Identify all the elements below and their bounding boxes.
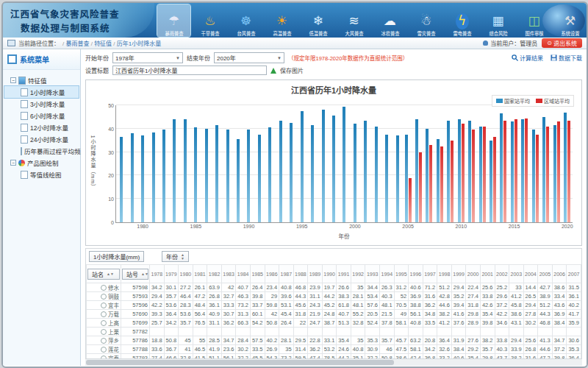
radio-icon[interactable] xyxy=(101,285,107,291)
tree-item-24小时降水量[interactable]: 24小时降水量 xyxy=(4,133,79,145)
breadcrumb-item[interactable]: 暴雨普查 xyxy=(65,40,89,47)
bar-group-2000 xyxy=(350,105,360,222)
national-bar xyxy=(184,119,187,222)
save-image-button[interactable]: 保存图片 xyxy=(280,66,304,74)
col-header-year: 1980 xyxy=(179,265,193,283)
tree-group-特征值[interactable]: −特征值 xyxy=(4,74,79,86)
tree-group-产品图绘制[interactable]: −产品图绘制 xyxy=(4,157,79,169)
toolbar-item-snow[interactable]: ☃雪灾普查 xyxy=(409,4,442,37)
breadcrumb-item[interactable]: 特征值 xyxy=(94,40,112,47)
toolbar-item-typhoon[interactable]: ☸台风普查 xyxy=(229,4,262,37)
station-name-cell: 萍乡 xyxy=(87,336,121,345)
national-bar xyxy=(490,141,492,222)
value-cell: 36.9 xyxy=(552,310,567,319)
station-id-cell: 57788 xyxy=(121,345,150,354)
station-id-cell: 57690 xyxy=(121,310,150,319)
toolbar-item-drought[interactable]: ♨干旱普查 xyxy=(193,4,226,37)
year-sort-select[interactable]: 年份 ▲▼ xyxy=(162,251,189,262)
radio-icon[interactable] xyxy=(101,311,107,317)
horizontal-scrollbar[interactable] xyxy=(85,358,582,366)
breadcrumb-item[interactable]: 历年1小时降水量 xyxy=(117,40,161,47)
start-year-select[interactable]: 1978年 ▼ xyxy=(112,52,183,63)
calc-result-button[interactable]: 计算结果 xyxy=(512,54,543,62)
chart-title-input[interactable] xyxy=(112,66,267,75)
toolbar-item-heat[interactable]: ☀高温普查 xyxy=(265,4,298,37)
current-user: 当前用户：管理员 xyxy=(483,39,537,47)
tree-item-12小时降水量[interactable]: 12小时降水量 xyxy=(4,121,79,133)
cold-icon: ❄ xyxy=(312,13,323,29)
col-header-year: 2003 xyxy=(509,265,524,283)
tree-item-3小时降水量[interactable]: 3小时降水量 xyxy=(4,98,79,110)
station-id-filter-label: 站号 xyxy=(126,270,138,278)
toolbar-item-rainstorm[interactable]: ☂暴雨普查 xyxy=(157,4,190,37)
toolbar-item-cold[interactable]: ❄低温普查 xyxy=(301,4,334,37)
value-cell: 36.1 xyxy=(567,292,581,301)
radio-icon[interactable] xyxy=(101,329,107,335)
national-bar xyxy=(162,130,165,222)
toolbar-item-map[interactable]: ◫图件审核 xyxy=(517,4,551,37)
tree-item-6小时降水量[interactable]: 6小时降水量 xyxy=(4,110,79,121)
value-cell: 38.4 xyxy=(552,319,567,328)
value-cell: 29.4 xyxy=(150,292,165,301)
power-icon: ⊙ xyxy=(547,40,552,46)
station-name-cell: 万载 xyxy=(87,310,121,319)
value-cell xyxy=(207,328,222,336)
value-cell: 21.5 xyxy=(380,310,395,319)
logout-button[interactable]: ⊙ 退出系统 xyxy=(542,38,582,48)
col-header-year: 2005 xyxy=(538,265,553,283)
regional-bar xyxy=(419,152,422,222)
bar-group-1988 xyxy=(222,105,232,222)
col-header-year: 1984 xyxy=(236,265,251,283)
value-cell: 48.4 xyxy=(193,301,207,310)
value-cell: 29 xyxy=(265,292,279,301)
radio-icon[interactable] xyxy=(101,302,107,308)
value-cell: 34.8 xyxy=(423,310,437,319)
value-cell: 29.5 xyxy=(293,336,308,345)
station-id-filter[interactable]: 站号▲▼ xyxy=(122,269,148,280)
end-year-select[interactable]: 2020年 ▼ xyxy=(214,52,284,63)
tree-item-1小时降水量[interactable]: 1小时降水量 xyxy=(4,86,79,98)
breadcrumb: / 暴雨普查 / 特征值 / 历年1小时降水量 xyxy=(62,39,161,47)
scrollbar-thumb[interactable] xyxy=(86,360,394,365)
tree-toggle-icon[interactable]: − xyxy=(10,160,16,166)
legend-swatch xyxy=(536,99,542,103)
toolbar-item-settings[interactable]: ⚒系统设置 xyxy=(553,4,587,37)
value-cell: 46.8 xyxy=(293,283,308,292)
data-download-button[interactable]: 数据下载 xyxy=(551,54,582,62)
tree-item-历年暴雨过程平均频次[interactable]: 历年暴雨过程平均频次 xyxy=(4,145,79,157)
value-cell: 47.2 xyxy=(193,292,207,301)
sort-arrows-icon: ▲▼ xyxy=(107,272,114,276)
toolbar-item-wind[interactable]: ≋大风普查 xyxy=(337,4,370,37)
value-cell: 28.4 xyxy=(236,336,251,345)
bar-group-2020 xyxy=(562,105,572,222)
tree-toggle-icon[interactable]: − xyxy=(10,77,16,83)
toolbar-item-label: 台风普查 xyxy=(237,29,255,36)
toolbar-item-risk[interactable]: ▦综合风险 xyxy=(481,4,514,37)
toolbar-item-hail[interactable]: ☁冰雹普查 xyxy=(373,4,406,37)
station-name-filter[interactable]: 站名▲▼ xyxy=(87,269,120,280)
radio-icon[interactable] xyxy=(101,347,107,353)
value-cell: 45.6 xyxy=(293,301,308,310)
radio-icon[interactable] xyxy=(101,320,107,326)
radio-icon[interactable] xyxy=(101,294,107,300)
col-header-year: 1981 xyxy=(193,265,207,283)
national-bar xyxy=(141,135,144,222)
radio-icon[interactable] xyxy=(101,338,107,344)
toolbar-item-label: 高温普查 xyxy=(273,29,291,36)
national-bar xyxy=(152,132,155,222)
x-tick-label: 2015 xyxy=(509,224,520,229)
value-cell: 53.2 xyxy=(322,345,337,354)
topbar: 当前路径位置： / 暴雨普查 / 特征值 / 历年1小时降水量 当前用户：管理员… xyxy=(3,38,587,49)
toolbar-item-lightning[interactable]: ϟ雷电普查 xyxy=(445,4,478,37)
col-header-year: 1999 xyxy=(451,265,466,283)
metric-select[interactable]: 1小时降水量(mm) xyxy=(89,251,144,262)
value-cell: 40.2 xyxy=(265,336,279,345)
value-cell: 24.6 xyxy=(337,345,351,354)
value-cell: 34.2 xyxy=(164,319,179,328)
col-header-year: 1983 xyxy=(221,265,236,283)
national-bar xyxy=(458,119,461,222)
tree-item-等值线绘图[interactable]: 等值线绘图 xyxy=(4,169,79,180)
bar-group-1993 xyxy=(276,105,286,222)
value-cell: 33.6 xyxy=(150,345,165,354)
value-cell: 35.7 xyxy=(480,345,495,354)
